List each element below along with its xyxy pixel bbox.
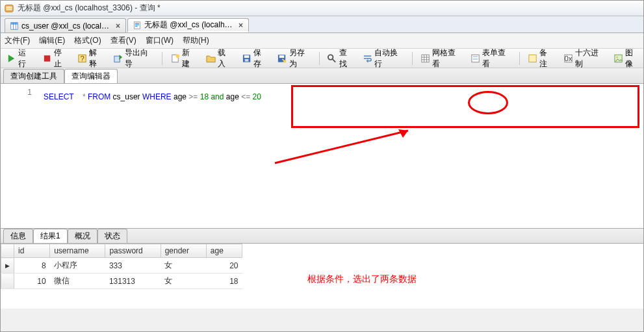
hex-icon: 0x	[563, 53, 573, 64]
form-view-button[interactable]: 表单查看	[467, 46, 515, 71]
explain-button[interactable]: ?解释	[74, 46, 107, 71]
stop-button[interactable]: 停止	[39, 46, 72, 71]
editor-tabs: 查询创建工具 查询编辑器	[1, 68, 643, 84]
result-grid-area: id username password gender age ▶ 8 小程序 …	[1, 244, 643, 309]
cell-gender[interactable]: 女	[161, 274, 206, 289]
image-icon	[613, 53, 623, 64]
play-icon	[6, 53, 16, 64]
svg-rect-15	[114, 56, 120, 62]
svg-point-37	[617, 56, 619, 58]
svg-rect-9	[135, 24, 139, 25]
col-id[interactable]: id	[14, 244, 50, 258]
svg-rect-12	[44, 55, 50, 61]
save-as-button[interactable]: 另存为	[274, 46, 314, 71]
export-wizard-button[interactable]: 导出向导	[110, 46, 157, 71]
note-icon	[528, 53, 537, 64]
run-button[interactable]: 运行	[3, 46, 36, 71]
tab-info[interactable]: 信息	[3, 229, 33, 243]
query-icon	[133, 21, 141, 29]
svg-rect-10	[135, 25, 138, 27]
new-icon	[170, 53, 180, 64]
doc-tab-untitled[interactable]: 无标题 @xxl_cs (localho... ×	[127, 18, 249, 32]
tab-profile[interactable]: 概况	[68, 229, 97, 243]
tab-query-editor[interactable]: 查询编辑器	[64, 69, 118, 83]
menu-file[interactable]: 文件(F)	[5, 35, 30, 46]
explain-icon: ?	[77, 53, 87, 64]
save-button[interactable]: 保存	[238, 46, 272, 71]
separator	[319, 52, 320, 65]
cell-gender[interactable]: 女	[161, 258, 206, 274]
menu-window[interactable]: 窗口(W)	[146, 35, 174, 46]
cell-id[interactable]: 8	[14, 258, 50, 274]
search-icon	[327, 53, 337, 64]
cell-age[interactable]: 18	[206, 274, 242, 289]
menu-format[interactable]: 格式(O)	[74, 35, 101, 46]
tab-query-builder[interactable]: 查询创建工具	[3, 69, 64, 83]
tab-status[interactable]: 状态	[97, 229, 127, 243]
menu-help[interactable]: 帮助(H)	[183, 35, 209, 46]
result-tabs: 信息 结果1 概况 状态	[1, 228, 643, 244]
separator	[519, 52, 520, 65]
row-handle-header	[1, 244, 14, 258]
export-icon	[113, 53, 123, 64]
doc-tab-label: 无标题 @xxl_cs (localho...	[144, 19, 235, 31]
cell-password[interactable]: 333	[105, 258, 161, 274]
svg-rect-33	[529, 55, 536, 62]
svg-rect-32	[473, 58, 478, 60]
svg-point-17	[176, 54, 180, 58]
grid-view-button[interactable]: 网格查看	[417, 46, 465, 71]
svg-rect-1	[6, 6, 12, 8]
window-title: 无标题 @xxl_cs (localhost_3306) - 查询 *	[18, 3, 161, 14]
cell-password[interactable]: 131313	[105, 274, 161, 289]
svg-point-23	[328, 55, 333, 60]
menu-view[interactable]: 查看(V)	[110, 35, 136, 46]
cell-username[interactable]: 微信	[50, 274, 105, 289]
cell-id[interactable]: 10	[14, 274, 50, 289]
sql-code[interactable]: SELECT * FROM cs_user WHERE age >= 18 an…	[38, 84, 643, 228]
new-button[interactable]: 新建	[167, 46, 200, 71]
svg-rect-20	[244, 58, 248, 61]
menu-edit[interactable]: 编辑(E)	[39, 35, 65, 46]
result-table[interactable]: id username password gender age ▶ 8 小程序 …	[1, 244, 242, 289]
row-marker: ▶	[1, 258, 14, 274]
grid-icon	[420, 53, 430, 64]
close-icon[interactable]: ×	[116, 21, 120, 31]
svg-rect-22	[279, 55, 285, 58]
doc-tab-cs-user[interactable]: cs_user @xxl_cs (localho... ×	[5, 18, 126, 32]
toolbar: 运行 停止 ?解释 导出向导 新建 载入 保存 另存为 查找 自动换行 网格查看…	[1, 49, 643, 68]
annotation-text: 根据条件，选出了两条数据	[307, 274, 417, 285]
table-row[interactable]: 10 微信 131313 女 18	[1, 274, 242, 289]
col-password[interactable]: password	[105, 244, 161, 258]
auto-wrap-button[interactable]: 自动换行	[359, 46, 407, 71]
svg-rect-2	[6, 8, 12, 10]
svg-rect-19	[244, 55, 250, 58]
document-tabs: cs_user @xxl_cs (localho... × 无标题 @xxl_c…	[1, 16, 643, 33]
sql-editor[interactable]: 1 SELECT * FROM cs_user WHERE age >= 18 …	[1, 84, 643, 228]
cell-age[interactable]: 20	[206, 258, 242, 274]
svg-rect-8	[135, 23, 139, 24]
doc-tab-label: cs_user @xxl_cs (localho...	[21, 21, 112, 31]
row-marker	[1, 274, 14, 289]
find-button[interactable]: 查找	[324, 46, 357, 71]
note-button[interactable]: 备注	[524, 46, 558, 71]
image-button[interactable]: 图像	[610, 46, 643, 71]
col-username[interactable]: username	[50, 244, 105, 258]
app-icon	[5, 4, 14, 13]
col-gender[interactable]: gender	[161, 244, 206, 258]
table-row[interactable]: ▶ 8 小程序 333 女 20	[1, 258, 242, 274]
tab-result1[interactable]: 结果1	[33, 229, 68, 243]
svg-rect-4	[11, 22, 18, 24]
cell-username[interactable]: 小程序	[50, 258, 105, 274]
save-as-icon	[277, 53, 287, 64]
svg-rect-31	[473, 56, 478, 57]
wrap-icon	[363, 53, 372, 64]
close-icon[interactable]: ×	[238, 21, 243, 30]
col-age[interactable]: age	[206, 244, 242, 258]
load-button[interactable]: 载入	[203, 46, 236, 71]
form-icon	[470, 53, 480, 64]
svg-text:?: ?	[81, 54, 84, 62]
hex-button[interactable]: 0x十六进制	[560, 46, 608, 71]
separator	[412, 52, 413, 65]
stop-icon	[42, 53, 52, 64]
open-icon	[206, 53, 216, 64]
